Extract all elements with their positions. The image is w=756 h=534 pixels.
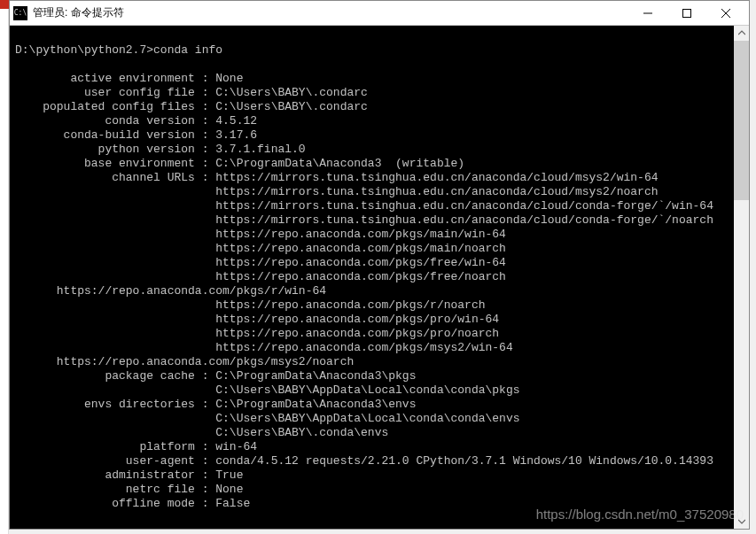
chevron-down-icon: [738, 518, 745, 525]
vertical-scrollbar[interactable]: [734, 26, 749, 529]
scroll-up-button[interactable]: [734, 26, 749, 41]
maximize-button[interactable]: [667, 1, 706, 26]
minimize-icon: [643, 9, 652, 18]
close-button[interactable]: [706, 1, 745, 26]
titlebar[interactable]: C:\ 管理员: 命令提示符: [10, 1, 749, 26]
svg-rect-1: [683, 9, 691, 17]
terminal-output[interactable]: D:\python\python2.7>conda info active en…: [10, 26, 734, 529]
close-icon: [721, 9, 730, 18]
scroll-thumb[interactable]: [734, 41, 749, 200]
background-window-sliver: [0, 0, 9, 534]
cmd-window: C:\ 管理员: 命令提示符 D:\python\python2.7>conda…: [9, 0, 750, 530]
maximize-icon: [682, 9, 691, 18]
minimize-button[interactable]: [628, 1, 667, 26]
window-title: 管理员: 命令提示符: [33, 5, 628, 20]
cmd-icon: C:\: [13, 6, 27, 20]
terminal-client-area: D:\python\python2.7>conda info active en…: [10, 26, 749, 529]
chevron-up-icon: [738, 30, 745, 37]
scroll-down-button[interactable]: [734, 514, 749, 529]
background-red-corner: [0, 0, 9, 9]
window-controls: [628, 1, 745, 26]
